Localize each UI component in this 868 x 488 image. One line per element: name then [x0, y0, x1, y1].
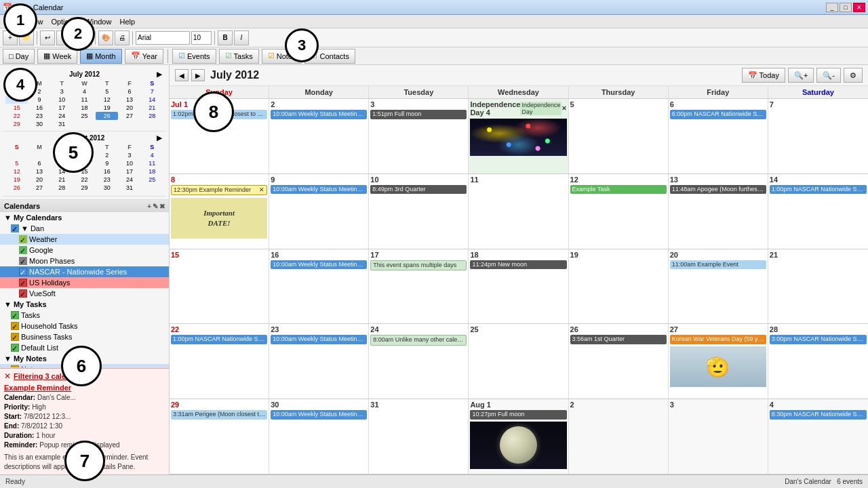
view-contacts-button[interactable]: ☑ Contacts [304, 49, 355, 64]
view-events-button[interactable]: ☑ Events [172, 49, 216, 64]
mini-aug-day[interactable]: 19 [5, 176, 28, 184]
my-calendars-label[interactable]: ▼ My Calendars [0, 212, 169, 223]
cal-cell[interactable]: 248:00am Unlike many other calendar prog… [369, 324, 469, 399]
mini-aug-day[interactable]: 11 [141, 159, 163, 167]
toolbar-print[interactable]: 🖨 [115, 30, 130, 45]
menu-window[interactable]: Window [81, 16, 115, 27]
calendar-event[interactable]: 6:00pm NASCAR Nationwide Series: Subway … [670, 110, 766, 119]
cal-cell[interactable]: 1610:00am Weekly Status Meeting 🔗 [269, 249, 369, 324]
mini-aug-day[interactable]: 14 [51, 167, 73, 176]
task-household-check[interactable]: ✓ [11, 322, 19, 330]
calendar-event[interactable]: 1:00pm NASCAR Nationwide Series: New Eng… [770, 185, 867, 195]
mini-aug-day[interactable]: 5 [5, 159, 28, 167]
view-year-button[interactable]: 📅 Year [125, 49, 163, 64]
calendar-event[interactable]: 10:00am Weekly Status Meeting 🔗 [271, 335, 367, 344]
cal-prev-arrow[interactable]: ◀ [175, 69, 189, 81]
cal-cell[interactable]: 31 [369, 399, 469, 474]
mini-aug-day[interactable] [5, 192, 28, 193]
cal-weather[interactable]: ✓ Weather [0, 234, 169, 245]
mini-july-day[interactable]: 31 [51, 120, 73, 128]
mini-aug-day[interactable]: 9 [96, 159, 118, 167]
mini-july-day[interactable]: 24 [51, 112, 73, 120]
calendar-event[interactable]: 1:00pm NASCAR Nationwide Series: STP 300… [171, 335, 267, 344]
cal-moon[interactable]: ✓ Moon Phases [0, 256, 169, 266]
toolbar-search[interactable]: 🔍 [77, 30, 92, 45]
mini-july-day[interactable] [73, 120, 96, 128]
mini-july-day[interactable]: 5 [96, 87, 118, 96]
zoom-out-button[interactable]: 🔍- [816, 68, 841, 83]
cal-cell[interactable]: 2310:00am Weekly Status Meeting 🔗 [269, 324, 369, 399]
mini-cal-aug-next[interactable]: ▶ [155, 134, 163, 142]
cal-google[interactable]: ✓ Google [0, 245, 169, 256]
mini-july-day[interactable]: 16 [28, 104, 50, 112]
cal-nascar-check[interactable]: ✓ [19, 268, 27, 276]
zoom-in-button[interactable]: 🔍+ [788, 68, 814, 83]
task-business-check[interactable]: ✓ [11, 333, 19, 341]
calendar-event[interactable]: 1:51pm Full moon [370, 110, 467, 119]
today-button[interactable]: 📅 Today [742, 68, 785, 83]
settings-button[interactable]: ⚙ [844, 68, 863, 83]
cal-cell[interactable]: 5 [569, 99, 669, 174]
toolbar-open[interactable]: 📁 [19, 30, 34, 45]
calendar-event[interactable]: 10:27pm Full moon [470, 410, 566, 420]
calendar-event[interactable]: 11:24pm New moon [470, 260, 566, 270]
mini-aug-day[interactable]: 7 [51, 159, 73, 167]
view-tasks-button[interactable]: ☑ Tasks [219, 49, 259, 64]
filter-event-name[interactable]: Example Reminder [4, 384, 71, 392]
cal-cell[interactable]: 3010:00am Weekly Status Meeting 🔗 [269, 399, 369, 474]
cal-dan-check[interactable]: ✓ [11, 224, 19, 232]
filter-title[interactable]: Filtering 3 calendars [14, 372, 86, 380]
mini-aug-day[interactable] [5, 151, 28, 159]
mini-aug-day[interactable]: 30 [96, 184, 118, 192]
calendar-event[interactable]: 8:00am Unlike many other calendar progra… [370, 335, 467, 346]
calendar-event[interactable]: 8:30pm NASCAR Nationwide Series: Iowa [T… [770, 410, 867, 420]
bold-button[interactable]: B [218, 30, 233, 45]
cal-holidays-check[interactable]: ✓ [19, 279, 27, 287]
task-household[interactable]: ✓ Household Tasks [0, 321, 169, 331]
mini-july-day[interactable]: 12 [96, 96, 118, 104]
menu-view[interactable]: View [23, 16, 47, 27]
mini-july-day[interactable]: 14 [141, 96, 163, 104]
mini-aug-day[interactable]: 18 [141, 167, 163, 176]
mini-july-day[interactable]: 25 [73, 112, 96, 120]
cal-cell[interactable]: 1811:24pm New moon [469, 249, 568, 324]
mini-july-day[interactable]: 4 [73, 87, 96, 96]
mini-cal-prev[interactable]: ◀ [5, 70, 14, 78]
mini-aug-day[interactable] [141, 184, 163, 192]
cal-cell[interactable]: 221:00pm NASCAR Nationwide Series: STP 3… [170, 324, 269, 399]
cal-cell[interactable]: 812:30pm Example Reminder✕ImportantDATE! [170, 174, 269, 249]
cal-google-check[interactable]: ✓ [19, 246, 27, 254]
filter-close-icon[interactable]: ✕ [4, 371, 11, 381]
task-business[interactable]: ✓ Business Tasks [0, 331, 169, 342]
cal-cell[interactable]: Aug 110:27pm Full moon [469, 399, 568, 474]
my-notes-label[interactable]: ▼ My Notes [0, 353, 169, 364]
view-month-button[interactable]: ▦ Month [80, 49, 122, 64]
mini-aug-day[interactable] [118, 192, 140, 193]
mini-aug-day[interactable]: 10 [118, 159, 140, 167]
calendar-event[interactable]: 8:49pm 3rd Quarter [370, 185, 467, 195]
mini-july-day[interactable]: 27 [118, 112, 140, 120]
mini-aug-day[interactable]: 3 [118, 151, 140, 159]
calendar-event[interactable]: 10:00am Weekly Status Meeting 🔗 [271, 410, 367, 420]
mini-july-day[interactable]: 9 [28, 96, 50, 104]
mini-aug-day[interactable] [51, 151, 73, 159]
mini-aug-day[interactable] [28, 192, 50, 193]
task-tasks-check[interactable]: ✓ [11, 311, 19, 319]
cal-cell[interactable]: 66:00pm NASCAR Nationwide Series: Subway… [669, 99, 768, 174]
calendar-event[interactable]: 11:48am Apogee (Moon furthest away from … [670, 185, 766, 195]
mini-aug-day[interactable]: 12 [5, 167, 28, 176]
view-week-button[interactable]: ▦ Week [37, 49, 77, 64]
cal-cell[interactable]: 910:00am Weekly Status Meeting 🔗 [269, 174, 369, 249]
toolbar-undo[interactable]: ↩ [40, 30, 55, 45]
mini-aug-day[interactable]: 27 [28, 184, 50, 192]
calendar-event[interactable]: Example Task [570, 185, 667, 195]
mini-july-day[interactable]: 30 [28, 120, 50, 128]
menu-file[interactable]: File [3, 16, 23, 27]
calendars-header[interactable]: Calendars + ✎ ✖ [0, 200, 169, 212]
mini-aug-day[interactable]: 1 [73, 151, 96, 159]
cal-cell[interactable]: 25 [469, 324, 568, 399]
mini-july-day[interactable]: 7 [141, 87, 163, 96]
add-cal-icon[interactable]: + [147, 203, 151, 210]
mini-aug-day[interactable] [141, 192, 163, 193]
calendar-event[interactable]: 10:00am Weekly Status Meeting 🔗 [271, 110, 367, 119]
